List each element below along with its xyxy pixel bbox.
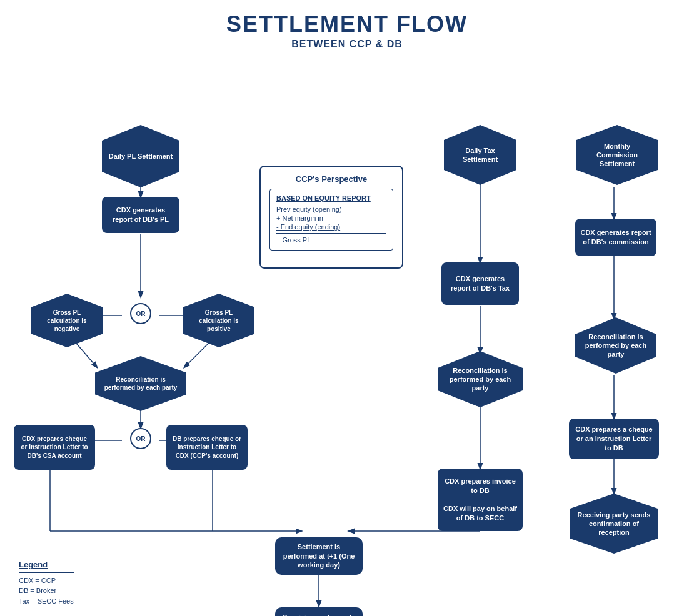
- ccp-subtitle: BASED ON EQUITY REPORT: [276, 194, 386, 202]
- col2-settlement: Settlement is performed at t+1 (One work…: [275, 537, 363, 575]
- col3-recon: Reconciliation is performed by each part…: [438, 351, 523, 407]
- col4-cdx-cheque: CDX prepares a cheque or an Instruction …: [569, 419, 659, 459]
- legend-line-3: Tax = SECC Fees: [19, 596, 74, 607]
- legend-line-2: DB = Broker: [19, 585, 74, 596]
- col2-confirm-bottom: Receiving party sends confirmation of re…: [275, 607, 363, 616]
- col1-cdx-cheque: CDX prepares cheque or Instruction Lette…: [14, 425, 95, 470]
- col1-db-cheque: DB prepares cheque or Instruction Letter…: [166, 425, 248, 470]
- col1-header: Daily PL Settlement: [102, 125, 179, 187]
- legend: Legend CDX = CCP DB = Broker Tax = SECC …: [19, 560, 74, 607]
- col1-gross-pos: Gross PL calculation is positive: [183, 294, 254, 347]
- ccp-line-2: + Net margin in: [276, 214, 386, 222]
- ccp-line-4: = Gross PL: [276, 233, 386, 244]
- col3-cdx-invoice: CDX prepares invoice to DB CDX will pay …: [438, 469, 523, 531]
- ccp-line-1: Prev equity (opening): [276, 206, 386, 213]
- col1-recon: Reconciliation is performed by each part…: [95, 356, 186, 411]
- col1-cdx-pl: CDX generates report of DB's PL: [102, 197, 179, 233]
- col1-or1: OR: [130, 303, 151, 324]
- main-title: SETTLEMENT FLOW: [0, 11, 694, 37]
- ccp-line-3: - End equity (ending): [276, 223, 386, 231]
- col1-or2: OR: [130, 428, 151, 449]
- flow-diagram: Daily PL Settlement CDX generates report…: [0, 56, 694, 616]
- main-subtitle: BETWEEN CCP & DB: [0, 39, 694, 50]
- col4-confirm: Receiving party sends confirmation of re…: [570, 494, 658, 554]
- col3-cdx-tax: CDX generates report of DB's Tax: [441, 262, 519, 305]
- page-title: SETTLEMENT FLOW BETWEEN CCP & DB: [0, 0, 694, 50]
- legend-title: Legend: [19, 560, 74, 569]
- legend-line-1: CDX = CCP: [19, 575, 74, 586]
- col4-cdx-comm: CDX generates report of DB's commission: [575, 219, 656, 256]
- col1-gross-neg: Gross PL calculation is negative: [31, 294, 103, 347]
- ccp-title: CCP's Perspective: [269, 174, 393, 184]
- ccp-perspective: CCP's Perspective BASED ON EQUITY REPORT…: [259, 166, 403, 269]
- col4-recon: Reconciliation is performed by each part…: [575, 317, 656, 374]
- col3-header: Daily Tax Settlement: [444, 125, 516, 185]
- col4-header: Monthly Commission Settlement: [576, 125, 658, 185]
